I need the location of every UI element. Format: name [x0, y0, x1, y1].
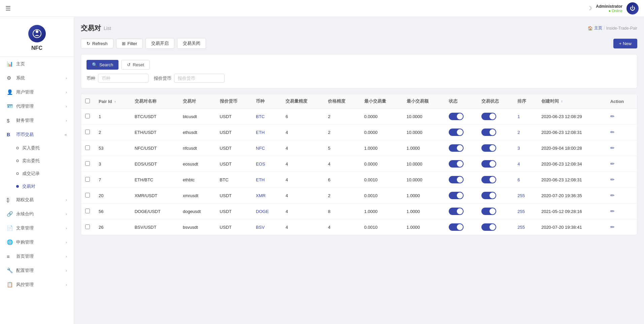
row-checkbox[interactable] — [85, 161, 90, 166]
sort-link[interactable]: 255 — [517, 209, 525, 214]
sort-link[interactable]: 255 — [517, 193, 525, 198]
sidebar-item-home-mgmt[interactable]: ≡ 首页管理 › — [0, 249, 74, 263]
row-checkbox[interactable] — [85, 114, 90, 118]
row-trade-status — [477, 109, 514, 124]
sidebar-item-purchase-mgmt[interactable]: 🌐 申购管理 › — [0, 235, 74, 249]
edit-icon[interactable]: ✏ — [610, 224, 615, 230]
edit-icon[interactable]: ✏ — [610, 129, 615, 135]
row-checkbox[interactable] — [85, 130, 90, 134]
sidebar-item-transaction-record[interactable]: 成交记录 — [0, 167, 74, 180]
search-area: 🔍 Search ↺ Reset 币种 报价货币 — [81, 54, 637, 88]
sidebar-item-sell-delegate[interactable]: 卖出委托 — [0, 154, 74, 167]
trade-status-toggle[interactable] — [481, 129, 496, 136]
refresh-button[interactable]: ↻ Refresh — [81, 39, 113, 48]
row-checkbox[interactable] — [85, 193, 90, 197]
sidebar-item-finance-mgmt[interactable]: $ 财务管理 › — [0, 113, 74, 128]
search-button[interactable]: 🔍 Search — [87, 60, 118, 70]
purchase-icon: 🌐 — [7, 239, 13, 245]
search-input-quote[interactable] — [174, 74, 225, 83]
trade-open-button[interactable]: 交易开启 — [145, 38, 174, 49]
sidebar-item-config-mgmt[interactable]: 🔧 配置管理 › — [0, 263, 74, 278]
sort-link[interactable]: 6 — [517, 177, 520, 182]
row-checkbox[interactable] — [85, 145, 90, 150]
reset-button[interactable]: ↺ Reset — [121, 60, 150, 70]
trade-status-toggle[interactable] — [481, 113, 496, 120]
chevron-right-icon: › — [66, 268, 67, 273]
futures-icon: ₿ — [7, 197, 13, 203]
trade-status-toggle[interactable] — [481, 160, 496, 168]
page-title-area: 交易对 List — [81, 24, 111, 33]
search-icon: 🔍 — [92, 62, 97, 67]
edit-icon[interactable]: ✏ — [610, 192, 615, 198]
sidebar-item-user-mgmt[interactable]: 👤 用户管理 › — [0, 85, 74, 99]
th-checkbox — [81, 94, 95, 109]
status-toggle[interactable] — [449, 113, 464, 120]
sort-icon[interactable]: ↑ — [114, 100, 116, 104]
sidebar-item-futures[interactable]: ₿ 期权交易 › — [0, 193, 74, 207]
sidebar-item-coin-trade[interactable]: B 币币交易 ∨ — [0, 128, 74, 142]
table-header-row: Pair Id ↑ 交易对名称 交易对 报价货币 币种 交易量精度 价格精度 最… — [81, 94, 637, 109]
breadcrumb-home-link[interactable]: 主页 — [594, 25, 602, 31]
sort-link[interactable]: 4 — [517, 161, 520, 167]
status-toggle[interactable] — [449, 223, 464, 231]
trade-status-toggle[interactable] — [481, 223, 496, 231]
trade-status-toggle[interactable] — [481, 192, 496, 199]
edit-icon[interactable]: ✏ — [610, 161, 615, 167]
status-toggle[interactable] — [449, 192, 464, 199]
row-checkbox[interactable] — [85, 224, 90, 229]
edit-icon[interactable]: ✏ — [610, 113, 615, 119]
sort-link[interactable]: 2 — [517, 130, 520, 135]
trade-close-label: 交易关闭 — [183, 40, 200, 46]
row-checkbox[interactable] — [85, 209, 90, 213]
power-button[interactable]: ⏻ — [626, 2, 639, 14]
edit-icon[interactable]: ✏ — [610, 145, 615, 151]
sidebar-item-article-mgmt[interactable]: 📄 文章管理 › — [0, 221, 74, 235]
sort-link[interactable]: 255 — [517, 225, 525, 230]
moon-icon[interactable]: ☽ — [587, 5, 592, 11]
row-action: ✏ — [606, 156, 637, 172]
filter-button[interactable]: ⊞ Filter — [116, 39, 143, 48]
trade-close-button[interactable]: 交易关闭 — [177, 38, 206, 49]
edit-icon[interactable]: ✏ — [610, 208, 615, 214]
sidebar-item-risk-ctrl[interactable]: 📋 风控管理 › — [0, 278, 74, 292]
sidebar-item-perpetual[interactable]: 🔗 永续合约 › — [0, 207, 74, 221]
trade-status-toggle[interactable] — [481, 176, 496, 183]
sidebar-item-buy-delegate[interactable]: 买入委托 — [0, 142, 74, 154]
sidebar-item-home[interactable]: 📊 主页 — [0, 57, 74, 71]
status-toggle[interactable] — [449, 160, 464, 168]
row-checkbox-cell — [81, 156, 95, 172]
select-all-checkbox[interactable] — [85, 99, 90, 103]
row-quote-currency: BTC — [216, 172, 252, 188]
status-toggle[interactable] — [449, 144, 464, 152]
status-toggle[interactable] — [449, 208, 464, 215]
edit-icon[interactable]: ✏ — [610, 177, 615, 182]
sidebar-item-trade-pair[interactable]: 交易对 — [0, 180, 74, 193]
search-input-coin[interactable] — [98, 74, 148, 83]
finance-icon: $ — [7, 118, 13, 123]
sort-asc-icon[interactable]: ↑ — [561, 100, 563, 103]
reset-icon: ↺ — [127, 62, 131, 67]
sort-link[interactable]: 1 — [517, 114, 520, 119]
table-body: 1 BTC/USDT btcusdt USDT BTC 6 2 0.0000 1… — [81, 109, 637, 235]
row-trade-name: NFC/USDT — [131, 140, 179, 156]
sidebar-item-system[interactable]: ⚙ 系统 › — [0, 71, 74, 85]
sort-link[interactable]: 3 — [517, 146, 520, 151]
new-button[interactable]: + New — [613, 39, 637, 48]
status-toggle[interactable] — [449, 129, 464, 136]
sidebar-item-perpetual-label: 永续合约 — [16, 211, 62, 217]
row-min-trade: 0.0000 — [360, 124, 403, 140]
main-content: 交易对 List 🏠 主页 / Inside-Trade-Pair ↻ Refr… — [74, 17, 644, 324]
th-min-trade: 最小交易量 — [360, 94, 403, 109]
row-sort: 255 — [513, 219, 537, 235]
th-quote-currency: 报价货币 — [216, 94, 252, 109]
row-min-trade: 1.0000 — [360, 140, 403, 156]
trade-status-toggle[interactable] — [481, 144, 496, 152]
status-toggle[interactable] — [449, 176, 464, 183]
row-checkbox[interactable] — [85, 177, 90, 182]
trade-status-toggle[interactable] — [481, 208, 496, 215]
row-trade-status — [477, 140, 514, 156]
sidebar-item-agent-mgmt[interactable]: 🪪 代理管理 › — [0, 99, 74, 113]
menu-icon[interactable]: ☰ — [5, 5, 11, 12]
row-min-amount: 1.0000 — [403, 219, 445, 235]
row-trade-status — [477, 124, 514, 140]
